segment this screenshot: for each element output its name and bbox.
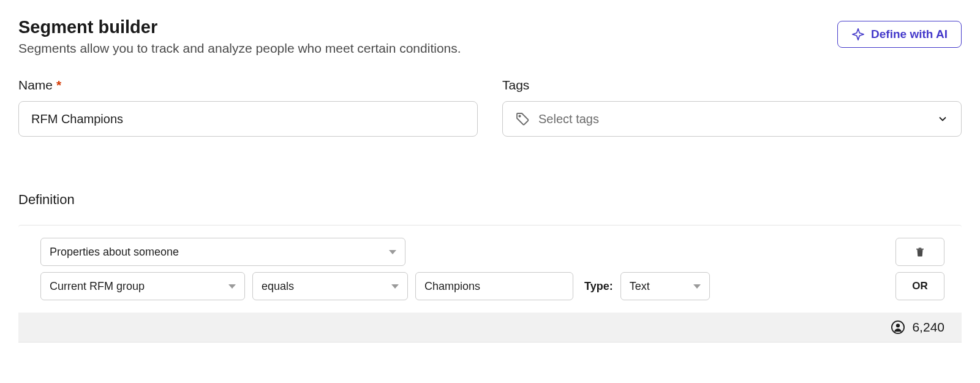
condition-value-input[interactable]: [415, 272, 573, 300]
definition-section-label: Definition: [18, 192, 962, 208]
condition-source-select[interactable]: Properties about someone: [40, 238, 405, 266]
type-select[interactable]: Text: [620, 272, 710, 300]
required-star: *: [56, 78, 61, 92]
tags-placeholder: Select tags: [538, 112, 928, 126]
count-bar: 6,240: [18, 313, 962, 342]
sparkle-icon: [851, 28, 865, 41]
property-select[interactable]: Current RFM group: [40, 272, 245, 300]
condition-source-value: Properties about someone: [50, 246, 383, 259]
or-button[interactable]: OR: [895, 272, 944, 300]
tags-select[interactable]: Select tags: [502, 101, 962, 137]
operator-value: equals: [262, 280, 385, 293]
svg-point-0: [519, 115, 520, 116]
or-label: OR: [912, 280, 928, 292]
page-subtitle: Segments allow you to track and analyze …: [18, 41, 837, 56]
caret-down-icon: [391, 284, 399, 289]
trash-icon: [914, 246, 925, 258]
definition-box: Properties about someone Current RFM gro…: [18, 225, 962, 343]
define-with-ai-label: Define with AI: [871, 28, 948, 41]
caret-down-icon: [389, 250, 396, 254]
tags-label: Tags: [502, 78, 962, 93]
type-label: Type:: [584, 280, 613, 293]
name-label: Name*: [18, 78, 478, 93]
operator-select[interactable]: equals: [252, 272, 408, 300]
name-input[interactable]: [18, 101, 478, 137]
page-title: Segment builder: [18, 17, 837, 37]
delete-condition-button[interactable]: [895, 238, 944, 266]
property-value: Current RFM group: [50, 280, 222, 293]
people-count: 6,240: [912, 320, 944, 335]
person-icon: [891, 320, 905, 334]
svg-point-2: [896, 324, 900, 327]
caret-down-icon: [693, 284, 701, 289]
tag-icon: [515, 112, 530, 126]
caret-down-icon: [228, 284, 236, 289]
chevron-down-icon: [937, 113, 949, 125]
type-value: Text: [630, 280, 687, 293]
define-with-ai-button[interactable]: Define with AI: [837, 21, 962, 48]
